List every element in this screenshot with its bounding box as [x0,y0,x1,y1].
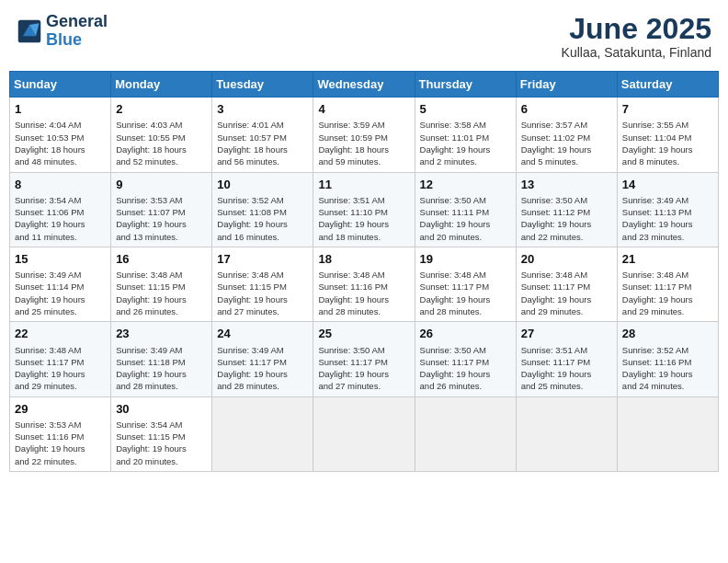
day-info: Sunrise: 3:52 AM Sunset: 11:08 PM Daylig… [217,194,308,243]
day-number: 26 [420,326,511,342]
calendar-cell: 4Sunrise: 3:59 AM Sunset: 10:59 PM Dayli… [313,98,415,172]
calendar-cell: 24Sunrise: 3:49 AM Sunset: 11:17 PM Dayl… [212,322,313,396]
calendar-title: June 2025 [562,13,711,45]
day-number: 21 [622,251,713,268]
day-number: 1 [15,101,106,118]
day-number: 16 [116,251,207,268]
day-number: 2 [116,101,207,118]
day-number: 7 [622,101,713,118]
logo-line1: General [46,13,108,31]
calendar-cell: 28Sunrise: 3:52 AM Sunset: 11:16 PM Dayl… [617,322,718,396]
logo: General Blue [17,13,108,50]
calendar-cell [415,396,516,471]
day-number: 15 [15,251,106,268]
day-number: 18 [318,251,409,268]
calendar-cell: 5Sunrise: 3:58 AM Sunset: 11:01 PM Dayli… [415,98,516,172]
day-info: Sunrise: 3:48 AM Sunset: 11:15 PM Daylig… [116,269,207,317]
day-of-week-monday: Monday [111,72,212,98]
calendar-cell: 3Sunrise: 4:01 AM Sunset: 10:57 PM Dayli… [212,98,313,172]
calendar-body: 1Sunrise: 4:04 AM Sunset: 10:53 PM Dayli… [10,98,719,472]
week-row-3: 15Sunrise: 3:49 AM Sunset: 11:14 PM Dayl… [10,247,719,321]
day-number: 30 [116,401,207,418]
page-header: General Blue June 2025 Kullaa, Satakunta… [9,9,719,63]
day-info: Sunrise: 4:01 AM Sunset: 10:57 PM Daylig… [217,119,308,167]
day-info: Sunrise: 3:49 AM Sunset: 11:14 PM Daylig… [15,269,106,317]
day-info: Sunrise: 3:50 AM Sunset: 11:17 PM Daylig… [318,344,409,393]
calendar-cell: 25Sunrise: 3:50 AM Sunset: 11:17 PM Dayl… [313,322,415,396]
day-info: Sunrise: 3:52 AM Sunset: 11:16 PM Daylig… [622,344,713,393]
calendar-cell: 7Sunrise: 3:55 AM Sunset: 11:04 PM Dayli… [617,98,718,172]
day-info: Sunrise: 3:48 AM Sunset: 11:17 PM Daylig… [622,269,713,317]
day-of-week-thursday: Thursday [415,72,516,98]
day-number: 9 [116,177,207,193]
calendar-cell [617,396,718,471]
day-info: Sunrise: 3:48 AM Sunset: 11:17 PM Daylig… [521,269,612,317]
day-number: 5 [420,101,511,118]
calendar-cell [313,396,415,471]
calendar-cell: 9Sunrise: 3:53 AM Sunset: 11:07 PM Dayli… [111,172,212,247]
calendar-cell: 18Sunrise: 3:48 AM Sunset: 11:16 PM Dayl… [313,247,415,321]
calendar-cell: 17Sunrise: 3:48 AM Sunset: 11:15 PM Dayl… [212,247,313,321]
day-info: Sunrise: 3:48 AM Sunset: 11:16 PM Daylig… [318,269,409,317]
day-info: Sunrise: 3:59 AM Sunset: 10:59 PM Daylig… [318,119,409,167]
day-info: Sunrise: 3:53 AM Sunset: 11:07 PM Daylig… [116,194,207,243]
day-info: Sunrise: 3:58 AM Sunset: 11:01 PM Daylig… [420,119,511,167]
day-number: 3 [217,101,308,118]
calendar-cell: 23Sunrise: 3:49 AM Sunset: 11:18 PM Dayl… [111,322,212,396]
day-number: 12 [420,177,511,193]
calendar-cell: 14Sunrise: 3:49 AM Sunset: 11:13 PM Dayl… [617,172,718,247]
day-info: Sunrise: 3:50 AM Sunset: 11:12 PM Daylig… [521,194,612,243]
day-number: 28 [622,326,713,342]
calendar-cell: 1Sunrise: 4:04 AM Sunset: 10:53 PM Dayli… [10,98,111,172]
calendar-cell: 29Sunrise: 3:53 AM Sunset: 11:16 PM Dayl… [10,396,111,471]
calendar-header: SundayMondayTuesdayWednesdayThursdayFrid… [10,72,719,98]
day-info: Sunrise: 4:04 AM Sunset: 10:53 PM Daylig… [15,119,106,167]
day-number: 6 [521,101,612,118]
day-of-week-friday: Friday [516,72,617,98]
calendar-cell: 16Sunrise: 3:48 AM Sunset: 11:15 PM Dayl… [111,247,212,321]
day-number: 24 [217,326,308,342]
day-info: Sunrise: 3:48 AM Sunset: 11:17 PM Daylig… [15,344,106,393]
day-number: 19 [420,251,511,268]
calendar-cell: 6Sunrise: 3:57 AM Sunset: 11:02 PM Dayli… [516,98,617,172]
day-number: 22 [15,326,106,342]
calendar-cell: 21Sunrise: 3:48 AM Sunset: 11:17 PM Dayl… [617,247,718,321]
calendar-cell: 13Sunrise: 3:50 AM Sunset: 11:12 PM Dayl… [516,172,617,247]
calendar-cell: 26Sunrise: 3:50 AM Sunset: 11:17 PM Dayl… [415,322,516,396]
day-info: Sunrise: 3:53 AM Sunset: 11:16 PM Daylig… [15,419,106,467]
calendar-subtitle: Kullaa, Satakunta, Finland [562,45,711,60]
day-info: Sunrise: 3:48 AM Sunset: 11:15 PM Daylig… [217,269,308,317]
day-number: 11 [318,177,409,193]
day-number: 29 [15,401,106,418]
day-info: Sunrise: 3:54 AM Sunset: 11:06 PM Daylig… [15,194,106,243]
week-row-5: 29Sunrise: 3:53 AM Sunset: 11:16 PM Dayl… [10,396,719,471]
calendar-cell: 27Sunrise: 3:51 AM Sunset: 11:17 PM Dayl… [516,322,617,396]
day-number: 17 [217,251,308,268]
calendar-cell: 8Sunrise: 3:54 AM Sunset: 11:06 PM Dayli… [10,172,111,247]
day-number: 27 [521,326,612,342]
title-block: June 2025 Kullaa, Satakunta, Finland [562,13,711,60]
week-row-2: 8Sunrise: 3:54 AM Sunset: 11:06 PM Dayli… [10,172,719,247]
calendar-cell: 2Sunrise: 4:03 AM Sunset: 10:55 PM Dayli… [111,98,212,172]
logo-text: General Blue [46,13,108,50]
day-info: Sunrise: 3:49 AM Sunset: 11:13 PM Daylig… [622,194,713,243]
calendar-cell: 22Sunrise: 3:48 AM Sunset: 11:17 PM Dayl… [10,322,111,396]
logo-line2: Blue [46,31,108,50]
day-info: Sunrise: 3:57 AM Sunset: 11:02 PM Daylig… [521,119,612,167]
calendar-cell: 30Sunrise: 3:54 AM Sunset: 11:15 PM Dayl… [111,396,212,471]
day-of-week-wednesday: Wednesday [313,72,415,98]
week-row-4: 22Sunrise: 3:48 AM Sunset: 11:17 PM Dayl… [10,322,719,396]
day-number: 23 [116,326,207,342]
day-info: Sunrise: 3:51 AM Sunset: 11:10 PM Daylig… [318,194,409,243]
calendar-cell: 12Sunrise: 3:50 AM Sunset: 11:11 PM Dayl… [415,172,516,247]
week-row-1: 1Sunrise: 4:04 AM Sunset: 10:53 PM Dayli… [10,98,719,172]
day-number: 4 [318,101,409,118]
days-of-week-row: SundayMondayTuesdayWednesdayThursdayFrid… [10,72,719,98]
calendar-cell: 11Sunrise: 3:51 AM Sunset: 11:10 PM Dayl… [313,172,415,247]
calendar-cell: 19Sunrise: 3:48 AM Sunset: 11:17 PM Dayl… [415,247,516,321]
logo-icon [17,18,42,44]
day-number: 25 [318,326,409,342]
day-info: Sunrise: 3:51 AM Sunset: 11:17 PM Daylig… [521,344,612,393]
day-number: 20 [521,251,612,268]
calendar-cell: 20Sunrise: 3:48 AM Sunset: 11:17 PM Dayl… [516,247,617,321]
